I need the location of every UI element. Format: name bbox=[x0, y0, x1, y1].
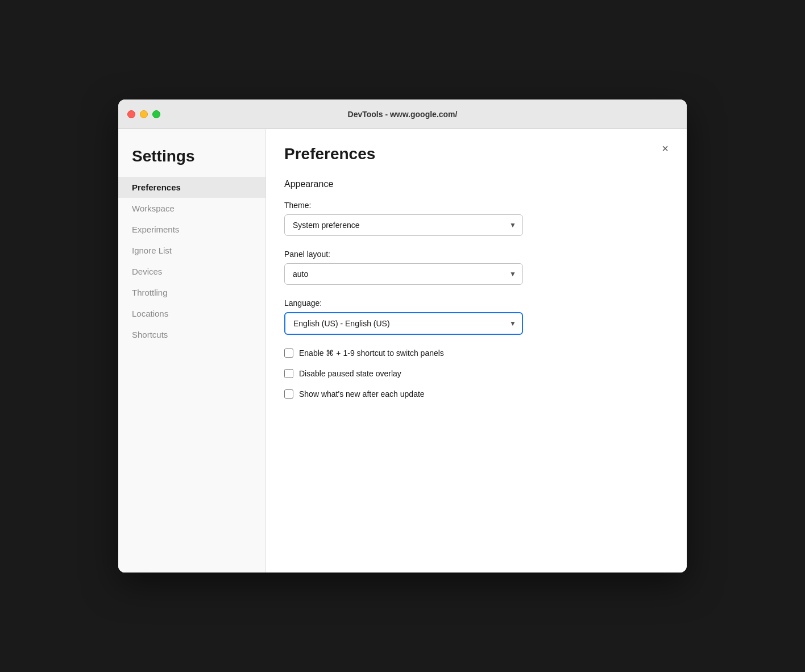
checkbox-disable-overlay-input[interactable] bbox=[284, 369, 293, 378]
checkbox-cmd-shortcut-label: Enable ⌘ + 1-9 shortcut to switch panels bbox=[299, 349, 444, 358]
sidebar-item-experiments[interactable]: Experiments bbox=[118, 219, 265, 240]
checkbox-disable-overlay-label: Disable paused state overlay bbox=[299, 369, 401, 378]
sidebar-item-devices[interactable]: Devices bbox=[118, 261, 265, 282]
language-label: Language: bbox=[284, 298, 664, 308]
sidebar-item-throttling[interactable]: Throttling bbox=[118, 282, 265, 303]
sidebar-item-shortcuts[interactable]: Shortcuts bbox=[118, 324, 265, 345]
page-title: Preferences bbox=[284, 145, 664, 163]
traffic-lights bbox=[127, 110, 160, 118]
main-panel: × Preferences Appearance Theme: System p… bbox=[266, 129, 687, 573]
devtools-window: DevTools - www.google.com/ Settings Pref… bbox=[118, 99, 687, 573]
panel-layout-label: Panel layout: bbox=[284, 250, 664, 259]
minimize-traffic-light[interactable] bbox=[140, 110, 148, 118]
language-field-group: Language: English (US) - English (US) Fr… bbox=[284, 298, 664, 335]
panel-layout-field-group: Panel layout: auto horizontal vertical ▼ bbox=[284, 250, 664, 285]
sidebar: Settings Preferences Workspace Experimen… bbox=[118, 129, 266, 573]
theme-label: Theme: bbox=[284, 201, 664, 210]
language-select-wrapper: English (US) - English (US) French - Fra… bbox=[284, 312, 523, 335]
maximize-traffic-light[interactable] bbox=[152, 110, 160, 118]
window-title: DevTools - www.google.com/ bbox=[348, 110, 458, 119]
sidebar-item-workspace[interactable]: Workspace bbox=[118, 198, 265, 219]
theme-field-group: Theme: System preference Light Dark ▼ bbox=[284, 201, 664, 236]
language-select[interactable]: English (US) - English (US) French - Fra… bbox=[284, 312, 523, 335]
checkbox-cmd-shortcut-input[interactable] bbox=[284, 349, 293, 358]
checkbox-group: Enable ⌘ + 1-9 shortcut to switch panels… bbox=[284, 349, 664, 399]
panel-layout-select-wrapper: auto horizontal vertical ▼ bbox=[284, 263, 523, 285]
sidebar-item-ignore-list[interactable]: Ignore List bbox=[118, 240, 265, 261]
sidebar-item-locations[interactable]: Locations bbox=[118, 303, 265, 324]
panel-layout-select[interactable]: auto horizontal vertical bbox=[284, 263, 523, 285]
checkbox-show-whats-new-label: Show what's new after each update bbox=[299, 389, 425, 399]
sidebar-item-preferences[interactable]: Preferences bbox=[118, 177, 265, 198]
checkbox-disable-overlay[interactable]: Disable paused state overlay bbox=[284, 369, 664, 378]
content-area: Settings Preferences Workspace Experimen… bbox=[118, 129, 687, 573]
theme-select-wrapper: System preference Light Dark ▼ bbox=[284, 214, 523, 236]
checkbox-cmd-shortcut[interactable]: Enable ⌘ + 1-9 shortcut to switch panels bbox=[284, 349, 664, 358]
theme-select[interactable]: System preference Light Dark bbox=[284, 214, 523, 236]
appearance-section-title: Appearance bbox=[284, 179, 664, 189]
titlebar: DevTools - www.google.com/ bbox=[118, 99, 687, 129]
checkbox-show-whats-new-input[interactable] bbox=[284, 389, 293, 399]
close-traffic-light[interactable] bbox=[127, 110, 135, 118]
checkbox-show-whats-new[interactable]: Show what's new after each update bbox=[284, 389, 664, 399]
close-button[interactable]: × bbox=[657, 140, 673, 156]
settings-title: Settings bbox=[118, 143, 265, 177]
